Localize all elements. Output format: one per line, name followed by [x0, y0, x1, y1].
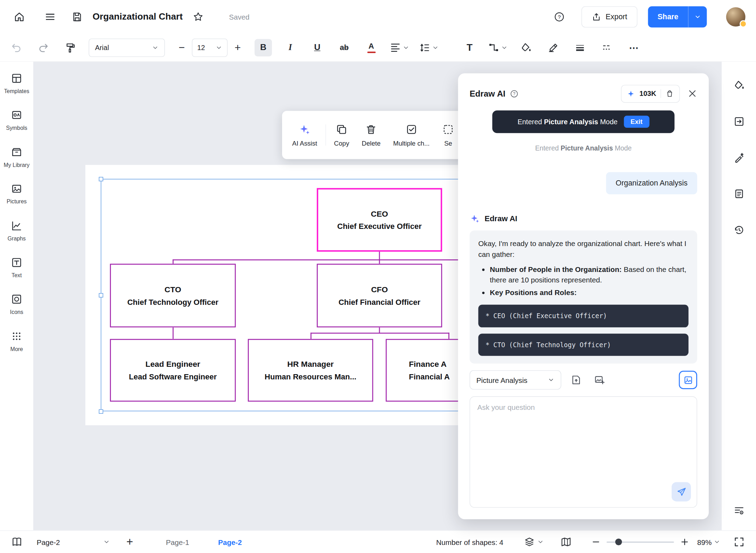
italic-button[interactable]: I — [281, 39, 299, 56]
font-size-select[interactable]: 12 — [192, 38, 227, 57]
selection-handle[interactable] — [99, 293, 103, 298]
favorite-button[interactable] — [189, 8, 207, 26]
sidebar-item-templates[interactable]: Templates — [1, 72, 32, 95]
send-button[interactable] — [672, 482, 691, 502]
zoom-level-select[interactable]: 89% — [697, 538, 720, 546]
org-node-cto[interactable]: CTO Chief Technology Officer — [110, 264, 236, 328]
export-button[interactable]: Export — [581, 6, 637, 28]
sidebar-item-text[interactable]: Text — [1, 257, 32, 279]
format-painter-icon — [65, 42, 76, 53]
line-weight-icon — [574, 42, 586, 53]
font-size-decrease[interactable]: − — [175, 39, 189, 56]
chevron-down-icon — [402, 44, 409, 51]
bold-button[interactable]: B — [254, 39, 272, 56]
prompt-template-button[interactable] — [568, 372, 584, 388]
org-node-ceo[interactable]: CEO Chief Executive Officer — [317, 188, 442, 252]
format-painter-button[interactable] — [62, 39, 79, 56]
zoom-out-button[interactable] — [591, 537, 601, 547]
save-status: Saved — [229, 13, 250, 21]
sidebar-item-graphs[interactable]: Graphs — [1, 219, 32, 242]
ai-assist-button[interactable]: AI Assist — [286, 123, 323, 147]
zoom-in-button[interactable] — [680, 537, 690, 547]
view-options-button[interactable] — [731, 502, 747, 519]
share-label[interactable]: Share — [648, 6, 688, 28]
redo-button[interactable] — [35, 39, 52, 56]
sidebar-item-icons[interactable]: Icons — [1, 293, 32, 316]
select-button[interactable]: Se — [436, 123, 460, 147]
selection-handle[interactable] — [99, 410, 103, 414]
delete-button[interactable]: Delete — [356, 123, 387, 147]
font-family-select[interactable]: Arial — [89, 38, 165, 57]
picture-analysis-tool-button[interactable] — [679, 371, 697, 389]
sidebar-item-my-library[interactable]: My Library — [1, 146, 32, 168]
library-icon — [10, 146, 22, 158]
ai-credits-button[interactable]: 103K — [621, 85, 680, 103]
strikethrough-button[interactable]: ab — [336, 39, 353, 56]
pages-panel-button[interactable] — [9, 534, 25, 550]
help-button[interactable]: ? — [551, 8, 568, 26]
ai-sparkle-icon — [470, 214, 480, 224]
share-button[interactable]: Share — [648, 6, 707, 28]
fill-color-button[interactable] — [517, 39, 535, 56]
more-grid-icon — [10, 330, 22, 342]
save-button[interactable] — [69, 8, 86, 26]
selection-handle[interactable] — [99, 177, 103, 181]
style-pen-button[interactable] — [731, 149, 747, 166]
org-node-hr-manager[interactable]: HR Manager Human Resources Man... — [248, 339, 373, 401]
copy-button[interactable]: Copy — [328, 123, 355, 147]
theme-fill-button[interactable] — [731, 77, 747, 93]
list-eye-icon — [733, 505, 745, 516]
connector-tool-button[interactable] — [488, 42, 507, 53]
add-image-button[interactable] — [591, 372, 608, 388]
org-node-cfo[interactable]: CFO Chief Financial Officer — [317, 264, 442, 328]
icons-icon — [10, 293, 22, 305]
share-dropdown[interactable] — [688, 6, 707, 28]
line-spacing-button[interactable] — [419, 42, 439, 53]
connector-line — [173, 259, 486, 260]
highlight-button[interactable] — [544, 39, 562, 56]
chevron-down-icon — [694, 14, 701, 20]
format-panel-button[interactable] — [731, 113, 747, 130]
fullscreen-button[interactable] — [731, 534, 747, 550]
mode-toast: Entered Picture Analysis Mode Exit — [492, 110, 674, 133]
line-style-button[interactable] — [598, 39, 616, 56]
font-color-button[interactable]: A — [363, 39, 380, 56]
layers-button[interactable] — [524, 536, 544, 548]
user-avatar[interactable] — [726, 7, 746, 27]
history-button[interactable] — [731, 222, 747, 238]
templates-icon — [10, 72, 22, 84]
org-node-lead-engineer[interactable]: Lead Engineer Lead Software Engineer — [110, 339, 236, 401]
sidebar-item-pictures[interactable]: Pictures — [1, 183, 32, 205]
page-select[interactable]: Page-2 — [37, 538, 110, 546]
analysis-mode-select[interactable]: Picture Analysis — [470, 370, 561, 390]
font-size-increase[interactable]: + — [230, 39, 245, 56]
menu-button[interactable] — [41, 8, 59, 26]
notes-button[interactable] — [731, 186, 747, 202]
tab-page-1[interactable]: Page-1 — [166, 538, 189, 546]
context-divider — [326, 124, 326, 146]
ai-help-button[interactable]: ? — [510, 89, 519, 98]
underline-button[interactable]: U — [309, 39, 326, 56]
sidebar-item-symbols[interactable]: Symbols — [1, 109, 32, 132]
text-tool-button[interactable]: T — [461, 39, 478, 56]
bottom-bar: Page-2 + Page-1 Page-2 Number of shapes:… — [0, 530, 756, 553]
ask-question-input[interactable] — [477, 403, 690, 501]
multiple-choice-button[interactable]: Multiple ch... — [387, 123, 436, 147]
zoom-slider[interactable] — [607, 539, 674, 545]
more-tools-button[interactable]: ⋯ — [625, 39, 643, 56]
ai-controls: Picture Analysis — [470, 370, 697, 390]
align-button[interactable] — [390, 42, 409, 53]
line-weight-button[interactable] — [571, 39, 589, 56]
trash-icon — [365, 123, 377, 135]
sidebar-item-more[interactable]: More — [1, 330, 32, 352]
tab-page-2[interactable]: Page-2 — [218, 538, 242, 546]
undo-button[interactable] — [8, 39, 25, 56]
layers-icon — [524, 536, 535, 548]
home-button[interactable] — [10, 8, 28, 26]
navigator-button[interactable] — [560, 536, 572, 548]
ai-close-button[interactable] — [687, 89, 697, 98]
exit-mode-button[interactable]: Exit — [624, 116, 649, 128]
svg-text:?: ? — [513, 91, 516, 96]
add-page-button[interactable]: + — [122, 535, 137, 549]
zoom-slider-knob[interactable] — [615, 539, 622, 545]
